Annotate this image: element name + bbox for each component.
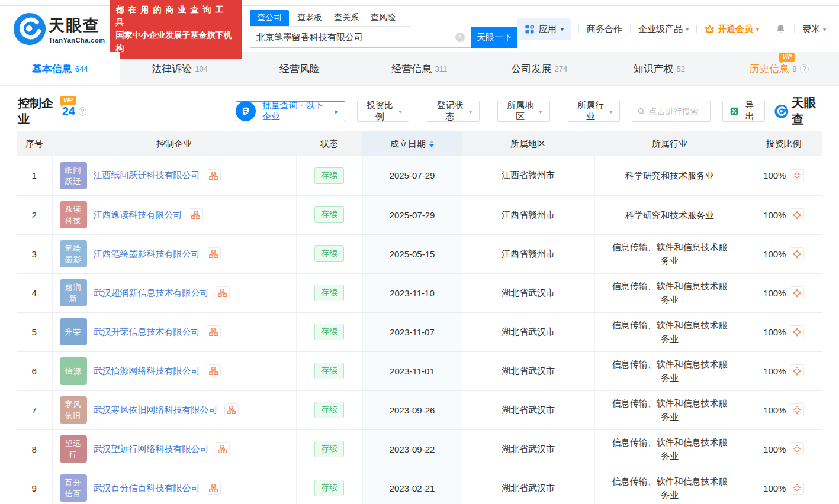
search-tab-risk[interactable]: 查风险: [371, 10, 396, 26]
search-tabs: 查公司 查老板 查关系 查风险: [250, 10, 411, 27]
col-region: 所属地区: [462, 131, 594, 156]
tab-operation-info[interactable]: 经营信息 311: [359, 52, 479, 85]
company-avatar: 寒风依旧: [60, 396, 87, 424]
tianyancha-logo[interactable]: 天眼查 TianYanCha.com: [13, 12, 105, 46]
industry: 科学研究和技术服务业: [594, 156, 745, 195]
search-input[interactable]: [256, 33, 455, 43]
invest-ratio: 100%: [763, 327, 786, 337]
search-tab-relation[interactable]: 查关系: [334, 10, 359, 26]
tab-history-info[interactable]: VIP 历史信息 8 ?: [719, 52, 839, 85]
company-link[interactable]: 武汉怡源网络科技有限公司: [94, 366, 200, 377]
equity-ratio-icon[interactable]: [790, 325, 804, 338]
company-avatar: 纸间跃迁: [60, 162, 87, 189]
industry: 信息传输、软件和信息技术服务业: [594, 234, 745, 273]
equity-ratio-icon[interactable]: [790, 364, 804, 377]
tab-intellectual-property[interactable]: 知识产权 52: [599, 52, 719, 85]
equity-ratio-icon[interactable]: [790, 208, 804, 221]
equity-ratio-icon[interactable]: [790, 169, 804, 182]
company-avatar: 笔绘墨影: [60, 240, 87, 267]
company-link[interactable]: 武汉寒风依旧网络科技有限公司: [94, 405, 218, 416]
equity-structure-icon[interactable]: [207, 325, 221, 338]
equity-structure-icon[interactable]: [189, 208, 203, 221]
search-button[interactable]: 天眼一下: [471, 27, 517, 48]
company-link[interactable]: 江西纸间跃迁科技有限公司: [94, 170, 200, 181]
chevron-down-icon: ▾: [469, 108, 472, 115]
sort-asc-icon: [429, 140, 434, 143]
tab-count: 644: [75, 64, 88, 73]
region: 湖北省武汉市: [462, 351, 594, 390]
menu-business-coop[interactable]: 商务合作: [587, 24, 622, 35]
table-row: 9百分信百武汉百分信百科技有限公司存续2023-02-21湖北省武汉市信息传输、…: [17, 469, 822, 504]
company-link[interactable]: 武汉超润新信息技术有限公司: [94, 287, 209, 299]
row-index: 5: [17, 312, 52, 351]
filter-region[interactable]: 所属地区 ▾: [497, 101, 550, 122]
help-icon[interactable]: ?: [800, 64, 809, 73]
menu-divider: [578, 25, 579, 33]
tab-company-development[interactable]: 公司发展 274: [480, 52, 599, 85]
brand-watermark: 天眼查: [774, 95, 824, 128]
tab-label: 经营信息: [392, 62, 432, 76]
filter-invest-ratio[interactable]: 投资比例 ▾: [357, 101, 410, 122]
row-index: 2: [17, 195, 52, 234]
invest-ratio: 100%: [763, 366, 786, 376]
equity-structure-icon[interactable]: [207, 169, 221, 182]
equity-ratio-icon[interactable]: [790, 482, 804, 495]
excel-icon: [730, 106, 738, 116]
tab-legal-proceedings[interactable]: 法律诉讼 104: [120, 52, 239, 85]
tianyancha-logo-icon: [13, 12, 46, 46]
help-icon[interactable]: ?: [79, 107, 86, 116]
equity-structure-icon[interactable]: [207, 364, 221, 377]
clear-icon[interactable]: ×: [455, 33, 465, 42]
tab-basic-info[interactable]: 基本信息 644: [0, 52, 120, 85]
export-button[interactable]: 导出: [722, 101, 765, 122]
open-vip-link[interactable]: 开通会员 ▾: [705, 24, 759, 35]
apps-grid-icon: [525, 24, 535, 34]
tab-count: 104: [195, 64, 208, 73]
status-badge: 存续: [314, 402, 344, 418]
bell-icon[interactable]: [775, 23, 786, 35]
list-search-input[interactable]: [649, 106, 705, 116]
equity-ratio-icon[interactable]: [790, 403, 804, 416]
filter-registration-status[interactable]: 登记状态 ▾: [427, 101, 480, 122]
sort-control[interactable]: [429, 140, 434, 147]
equity-structure-icon[interactable]: [207, 247, 221, 260]
company-link[interactable]: 武汉升荣信息技术有限公司: [94, 327, 200, 338]
search-box: ×: [250, 27, 471, 48]
export-label: 导出: [742, 100, 757, 122]
table-row: 3笔绘墨影江西笔绘墨影科技有限公司存续2025-05-15江西省赣州市信息传输、…: [17, 234, 822, 273]
table-body: 1纸间跃迁江西纸间跃迁科技有限公司存续2025-07-29江西省赣州市科学研究和…: [17, 156, 822, 504]
industry: 科学研究和技术服务业: [594, 195, 745, 234]
user-menu[interactable]: 费米 ▾: [802, 24, 826, 35]
tab-operation-risk[interactable]: 经营风险: [240, 52, 359, 85]
list-search-box: [632, 101, 711, 122]
region: 江西省赣州市: [462, 156, 594, 195]
region: 湖北省武汉市: [462, 273, 594, 312]
apps-menu[interactable]: 应用 ▾: [517, 18, 571, 40]
establish-date: 2023-02-21: [362, 469, 462, 504]
establish-date: 2023-11-10: [362, 273, 462, 312]
status-badge: 存续: [314, 167, 344, 184]
establish-date: 2023-11-01: [362, 351, 462, 390]
company-link[interactable]: 武汉望远行网络科技有限公司: [94, 444, 209, 455]
search-tab-boss[interactable]: 查老板: [297, 10, 322, 26]
company-link[interactable]: 江西笔绘墨影科技有限公司: [94, 248, 200, 260]
equity-ratio-icon[interactable]: [790, 286, 804, 299]
promo-line1: 都在用的商业查询工具: [115, 4, 239, 29]
logo-title: 天眼查: [49, 15, 105, 36]
invest-ratio: 100%: [763, 249, 786, 259]
equity-chart-glyph: [209, 367, 218, 375]
equity-chart-glyph: [209, 328, 218, 336]
company-link[interactable]: 江西逸读科技有限公司: [94, 209, 182, 221]
equity-structure-icon[interactable]: [224, 403, 239, 416]
company-link[interactable]: 武汉百分信百科技有限公司: [94, 483, 200, 494]
equity-structure-icon[interactable]: [216, 442, 230, 455]
equity-ratio-icon[interactable]: [790, 442, 804, 455]
equity-structure-icon[interactable]: [216, 286, 230, 299]
batch-query-button[interactable]: 批量查询 · 以下企业 ▸: [236, 101, 345, 121]
equity-chart-glyph: [227, 406, 236, 414]
equity-structure-icon[interactable]: [207, 482, 221, 495]
search-tab-company[interactable]: 查公司: [250, 10, 289, 26]
menu-enterprise-products[interactable]: 企业级产品 ▾: [638, 24, 689, 35]
equity-ratio-icon[interactable]: [790, 247, 804, 260]
filter-industry[interactable]: 所属行业 ▾: [568, 101, 621, 122]
